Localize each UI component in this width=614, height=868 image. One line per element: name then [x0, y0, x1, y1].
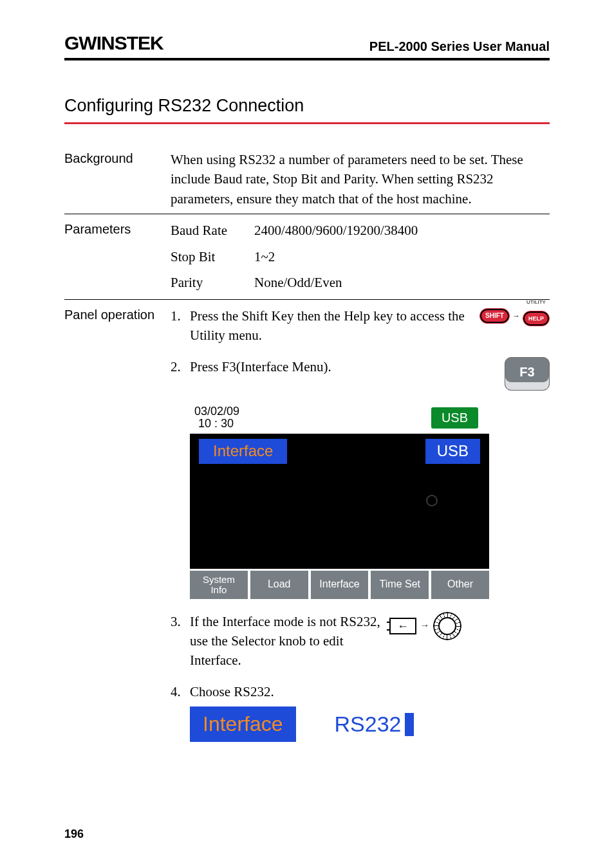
step-3: 3. If the Interface mode is not RS232, u… [171, 612, 550, 670]
arrow-icon: → [512, 311, 520, 322]
device-screen-illustration: 03/02/09 10 : 30 USB Interface USB Syste… [190, 402, 489, 599]
screen-body: Interface USB [190, 434, 489, 569]
param-row-parity: Parity None/Odd/Even [171, 273, 550, 292]
param-value: 2400/4800/9600/19200/38400 [254, 221, 418, 240]
interface-highlight-label: Interface [190, 706, 296, 741]
parameters-block: Parameters Baud Rate 2400/4800/9600/1920… [64, 221, 550, 299]
step-number: 4. [171, 682, 190, 701]
background-text: When using RS232 a number of parameters … [171, 150, 550, 208]
background-block: Background When using RS232 a number of … [64, 150, 550, 214]
usb-status-pill: USB [431, 407, 478, 429]
cursor-block-icon [405, 713, 414, 736]
tab-interface: Interface [311, 571, 369, 599]
page-number: 196 [64, 827, 84, 841]
step-text: If the Interface mode is not RS232, use … [190, 612, 389, 670]
help-key-wrap: UTILITY HELP [523, 306, 550, 327]
param-value: 1~2 [254, 247, 275, 266]
panel-operation-label: Panel operation [64, 306, 171, 742]
tab-other: Other [431, 571, 489, 599]
param-name: Parity [171, 273, 254, 292]
selector-button-icon: ← [389, 618, 416, 634]
rs232-text: RS232 [335, 708, 402, 740]
selector-knob-graphic: ← → [389, 612, 461, 640]
screen-datetime: 03/02/09 10 : 30 [194, 405, 239, 431]
step-text: Choose RS232. [190, 682, 550, 701]
help-key-icon: HELP [523, 311, 550, 326]
screen-time: 10 : 30 [194, 418, 239, 430]
utility-label: UTILITY [523, 299, 550, 306]
step-1: 1. Press the Shift Key then the Help key… [171, 306, 550, 346]
parameters-label: Parameters [64, 221, 171, 293]
step-number: 1. [171, 306, 190, 326]
param-row-baud: Baud Rate 2400/4800/9600/19200/38400 [171, 221, 550, 240]
step-4: 4. Choose RS232. [171, 682, 550, 701]
tab-time-set: Time Set [371, 571, 429, 599]
brand-logo: GWINSTEK [64, 32, 163, 54]
left-arrow-icon: ← [397, 620, 409, 632]
document-title: PEL-2000 Series User Manual [369, 39, 550, 54]
tab-label-l1: System [203, 575, 235, 585]
page-header: GWINSTEK PEL-2000 Series User Manual [64, 32, 550, 60]
step2-key: F3 [505, 357, 550, 391]
param-row-stopbit: Stop Bit 1~2 [171, 247, 550, 266]
right-arrow-icon: → [420, 619, 429, 632]
screen-date: 03/02/09 [194, 405, 239, 418]
screen-interface-row: Interface USB [190, 439, 489, 464]
panel-operation-block: Panel operation 1. Press the Shift Key t… [64, 306, 550, 747]
rs232-value: RS232 [335, 708, 414, 740]
step-number: 2. [171, 357, 190, 376]
screen-interface-label: Interface [199, 439, 287, 464]
shift-key-icon: SHIFT [479, 308, 510, 324]
step-text: Press the Shift Key then the Help key to… [190, 306, 479, 346]
tab-label-l2: Info [210, 585, 227, 595]
background-label: Background [64, 150, 171, 208]
param-name: Baud Rate [171, 221, 254, 240]
rotary-knob-icon [433, 612, 461, 640]
f3-key-icon: F3 [505, 357, 550, 391]
step-text: Press F3(Interface Menu). [190, 357, 505, 376]
tab-load: Load [250, 571, 308, 599]
interface-rs232-display: Interface RS232 [190, 706, 550, 741]
screen-interface-value: USB [425, 439, 480, 464]
screen-statusbar: 03/02/09 10 : 30 USB [190, 402, 489, 434]
dim-circle-icon [426, 495, 438, 506]
panel-operation-content: 1. Press the Shift Key then the Help key… [171, 306, 550, 742]
param-value: None/Odd/Even [254, 273, 342, 292]
parameters-list: Baud Rate 2400/4800/9600/19200/38400 Sto… [171, 221, 550, 293]
screen-tabs: System Info Load Interface Time Set Othe… [190, 569, 489, 599]
step-number: 3. [171, 612, 190, 631]
param-name: Stop Bit [171, 247, 254, 266]
step1-keys: SHIFT → UTILITY HELP [479, 306, 550, 327]
tab-system-info: System Info [190, 571, 248, 599]
section-heading: Configuring RS232 Connection [64, 96, 550, 124]
step-2: 2. Press F3(Interface Menu). F3 [171, 357, 550, 391]
